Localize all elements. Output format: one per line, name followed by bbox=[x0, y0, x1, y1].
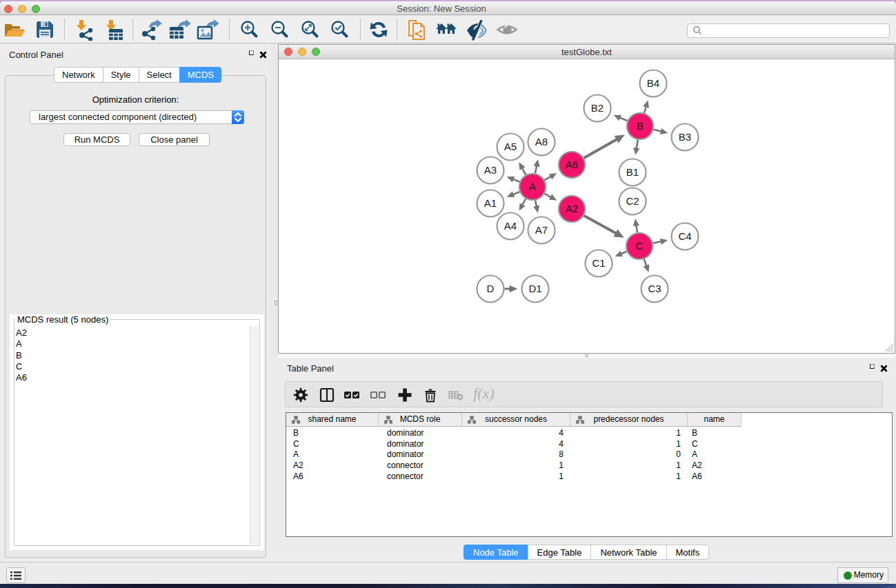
svg-text:A8: A8 bbox=[535, 136, 548, 148]
svg-text:C4: C4 bbox=[678, 230, 691, 242]
svg-text:D: D bbox=[487, 283, 495, 294]
svg-text:C3: C3 bbox=[648, 283, 661, 294]
svg-text:A3: A3 bbox=[484, 164, 497, 176]
svg-text:C2: C2 bbox=[626, 195, 639, 207]
svg-text:A: A bbox=[529, 181, 536, 192]
svg-text:A1: A1 bbox=[484, 197, 497, 209]
svg-text:B: B bbox=[637, 120, 644, 132]
svg-text:A6: A6 bbox=[566, 159, 578, 170]
svg-text:B4: B4 bbox=[647, 77, 659, 89]
svg-text:B1: B1 bbox=[626, 166, 639, 178]
svg-text:A5: A5 bbox=[504, 141, 517, 152]
svg-text:C: C bbox=[636, 240, 644, 252]
svg-text:B3: B3 bbox=[679, 131, 691, 143]
svg-text:B2: B2 bbox=[591, 102, 604, 114]
svg-text:D1: D1 bbox=[528, 283, 541, 294]
svg-text:A4: A4 bbox=[504, 220, 517, 232]
svg-text:A7: A7 bbox=[535, 224, 548, 236]
svg-text:C1: C1 bbox=[592, 257, 605, 269]
svg-text:A2: A2 bbox=[566, 203, 578, 214]
